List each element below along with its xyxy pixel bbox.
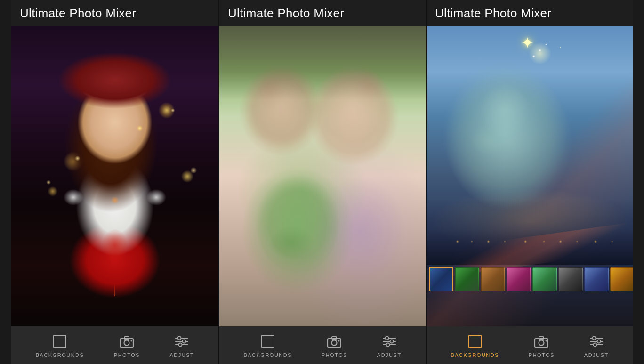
svg-point-11 — [332, 340, 337, 345]
app-title-2: Ultimate Photo Mixer — [228, 6, 344, 21]
photos-btn-2[interactable]: PHOTOS — [322, 333, 347, 358]
bottom-bar-1: BACKGROUNDS PHOTOS — [11, 326, 218, 364]
svg-point-9 — [179, 343, 182, 346]
adjust-label-2: ADJUST — [377, 352, 402, 358]
svg-point-27 — [597, 340, 600, 343]
svg-rect-12 — [332, 337, 337, 339]
adjust-btn-1[interactable]: ADJUST — [170, 333, 194, 358]
title-bar-3: Ultimate Photo Mixer — [427, 0, 633, 26]
sliders-icon-3 — [589, 336, 604, 347]
thumbnails-strip — [427, 265, 633, 293]
title-bar-1: Ultimate Photo Mixer — [11, 0, 218, 26]
sliders-icon-1 — [175, 336, 189, 347]
photos-icon-wrap-1 — [118, 333, 135, 350]
svg-point-23 — [546, 340, 547, 341]
backgrounds-btn-1[interactable]: BACKGROUNDS — [36, 333, 84, 358]
square-icon-2 — [261, 335, 274, 348]
app-title-1: Ultimate Photo Mixer — [20, 6, 136, 21]
svg-point-3 — [131, 340, 132, 341]
svg-point-21 — [539, 340, 544, 345]
photos-label-3: PHOTOS — [529, 352, 555, 358]
svg-point-19 — [386, 343, 389, 346]
adjust-icon-wrap-2 — [381, 333, 398, 350]
photos-label-1: PHOTOS — [114, 352, 140, 358]
adjust-btn-3[interactable]: ADJUST — [584, 333, 609, 358]
photos-label-2: PHOTOS — [322, 352, 347, 358]
svg-point-15 — [385, 336, 388, 340]
svg-point-5 — [178, 336, 181, 340]
sliders-icon-2 — [382, 336, 396, 347]
photos-btn-1[interactable]: PHOTOS — [114, 333, 140, 358]
backgrounds-btn-2[interactable]: BACKGROUNDS — [243, 333, 292, 358]
square-icon-3 — [468, 335, 482, 348]
svg-rect-22 — [539, 337, 544, 339]
phone-3: Ultimate Photo Mixer ✦ B — [426, 0, 633, 364]
photo-area-1 — [11, 26, 218, 326]
adjust-btn-2[interactable]: ADJUST — [377, 333, 402, 358]
bottom-bar-3: BACKGROUNDS PHOTOS — [427, 326, 633, 364]
title-bar-2: Ultimate Photo Mixer — [219, 0, 426, 26]
camera-icon-1 — [120, 335, 134, 348]
photos-icon-wrap-3 — [533, 333, 550, 350]
app-title-3: Ultimate Photo Mixer — [435, 6, 551, 21]
svg-point-29 — [593, 343, 596, 346]
backgrounds-icon-wrap — [51, 333, 68, 350]
thumbnail-8[interactable] — [610, 267, 633, 291]
camera-icon-2 — [327, 335, 341, 348]
svg-point-13 — [338, 340, 340, 341]
backgrounds-label-3: BACKGROUNDS — [451, 352, 499, 358]
svg-point-7 — [183, 340, 186, 343]
adjust-icon-wrap-3 — [588, 333, 605, 350]
thumbnail-4[interactable] — [507, 267, 531, 291]
adjust-label-3: ADJUST — [584, 352, 609, 358]
phone-1: Ultimate Photo Mixer BACKGROUNDS — [11, 0, 218, 364]
backgrounds-icon-wrap-3 — [467, 333, 483, 350]
thumbnail-1[interactable] — [429, 267, 453, 291]
svg-point-17 — [390, 340, 393, 343]
thumbnail-3[interactable] — [481, 267, 505, 291]
phone-2: Ultimate Photo Mixer BACKGROUNDS — [218, 0, 426, 364]
bottom-bar-2: BACKGROUNDS PHOTOS — [219, 326, 426, 364]
backgrounds-label-2: BACKGROUNDS — [243, 352, 292, 358]
svg-point-1 — [124, 340, 129, 345]
city-lights — [427, 235, 633, 249]
camera-icon-3 — [534, 335, 548, 348]
thumbnail-7[interactable] — [584, 267, 609, 291]
backgrounds-btn-3[interactable]: BACKGROUNDS — [451, 333, 499, 358]
photos-btn-3[interactable]: PHOTOS — [529, 333, 555, 358]
backgrounds-label-1: BACKGROUNDS — [36, 352, 84, 358]
thumbnail-5[interactable] — [532, 267, 557, 291]
backgrounds-icon-wrap-2 — [259, 333, 276, 350]
adjust-icon-wrap-1 — [173, 333, 190, 350]
thumbnail-6[interactable] — [558, 267, 583, 291]
svg-point-25 — [592, 336, 596, 340]
square-icon-1 — [53, 335, 66, 348]
photo-area-2 — [219, 26, 426, 326]
adjust-label-1: ADJUST — [170, 352, 194, 358]
light-effects-1 — [11, 26, 218, 326]
hair-overlay — [219, 26, 426, 131]
photos-icon-wrap-2 — [326, 333, 343, 350]
svg-rect-2 — [124, 337, 129, 339]
thumbnail-2[interactable] — [455, 267, 479, 291]
photo-area-3: ✦ — [427, 26, 633, 326]
